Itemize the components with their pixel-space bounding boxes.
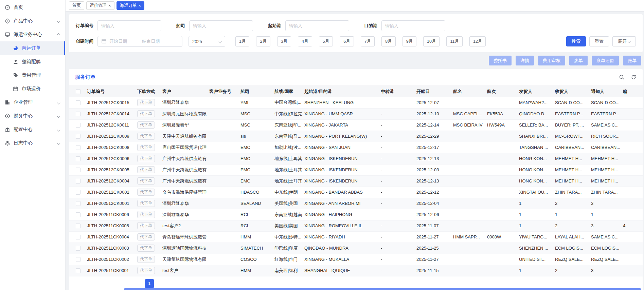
row-checkbox[interactable] xyxy=(76,156,80,161)
table-scroll-wrapper[interactable]: 订单编号下单方式客户客户业务号船司航线/国家起始港/目的港中转港开船日船名航次发… xyxy=(69,86,643,276)
close-icon[interactable]: × xyxy=(108,3,111,8)
table-row[interactable]: JLTH-202512CK0011代下单深圳君隆泰华MSC东南亚线|印...XI… xyxy=(69,119,643,131)
page-button-1[interactable]: 1 xyxy=(145,279,154,288)
table-row[interactable]: JLTH-202511CK0003代下单深圳运驰国际物流科技...SIMATEC… xyxy=(69,243,643,254)
row-checkbox[interactable] xyxy=(76,246,80,251)
filter-input-0[interactable] xyxy=(97,20,161,31)
sidebar-item-config[interactable]: 配置中心 xyxy=(0,123,65,136)
row-checkbox[interactable] xyxy=(76,145,80,150)
month-button-5[interactable]: 5月 xyxy=(319,36,333,46)
sidebar-item-fee[interactable]: 费用管理 xyxy=(0,69,65,82)
cell: JLTH-202511CK0005 xyxy=(84,220,135,231)
table-row[interactable]: JLTH-202512CK0015代下单深圳君隆泰华YML中国台湾线|...SH… xyxy=(69,97,643,108)
month-button-3[interactable]: 3月 xyxy=(277,36,291,46)
date-range-input[interactable]: 开始日期 - 结束日期 xyxy=(97,36,182,47)
row-checkbox[interactable] xyxy=(76,212,80,217)
cell: JLTH-202511CK0004 xyxy=(84,231,135,243)
void-order-button[interactable]: 废单 xyxy=(569,56,588,65)
table-row[interactable]: JLTH-202512CK0001代下单深圳君隆泰华SEALAND美国线|美国X… xyxy=(69,198,643,209)
row-checkbox[interactable] xyxy=(76,123,80,128)
row-checkbox[interactable] xyxy=(76,112,80,116)
cell: 青岛智远环球供应链管... xyxy=(160,231,207,243)
table-row[interactable]: JLTH-202512CK0005代下单广州中天跨境供应链有...EMC地东线|… xyxy=(69,164,643,175)
cell xyxy=(620,265,643,276)
sidebar-item-dashboard[interactable]: 首页 xyxy=(0,1,65,14)
table-row[interactable]: JLTH-202511CK0004代下单青岛智远环球供应链管...HMM中东线|… xyxy=(69,231,643,243)
search-button[interactable]: 搜索 xyxy=(566,36,586,46)
row-checkbox[interactable] xyxy=(76,268,80,273)
month-button-11[interactable]: 11月 xyxy=(446,36,462,46)
sidebar-item-company[interactable]: 企业管理 xyxy=(0,96,65,109)
sidebar-item-person[interactable]: 整箱配舱 xyxy=(0,55,65,69)
month-button-6[interactable]: 6月 xyxy=(340,36,354,46)
month-button-4[interactable]: 4月 xyxy=(298,36,312,46)
row-checkbox[interactable] xyxy=(76,168,80,172)
year-select[interactable]: 2025 xyxy=(189,36,225,47)
cell: JLTH-202512CK0005 xyxy=(84,164,135,175)
table-row[interactable]: JLTH-202511CK0005代下单test客户2RCL美国线|美国XING… xyxy=(69,220,643,231)
cell: MSC xyxy=(238,119,272,131)
cell xyxy=(620,175,643,187)
sidebar-item-log[interactable]: 日志中心 xyxy=(0,136,65,150)
cell: 3 xyxy=(588,265,620,276)
cell: ZHIN TARA... xyxy=(588,187,620,198)
row-checkbox[interactable] xyxy=(76,235,80,239)
year-select-value: 2025 xyxy=(192,39,202,44)
void-restore-button[interactable]: 废单还原 xyxy=(592,56,619,65)
row-checkbox[interactable] xyxy=(76,201,80,206)
detail-button[interactable]: 详情 xyxy=(516,56,534,65)
month-button-10[interactable]: 10月 xyxy=(423,36,440,46)
row-checkbox[interactable] xyxy=(76,179,80,183)
fee-audit-button[interactable]: 费用审核 xyxy=(538,56,565,65)
horizontal-scrollbar-thumb[interactable] xyxy=(124,288,641,290)
month-button-7[interactable]: 7月 xyxy=(361,36,375,46)
reset-button[interactable]: 重置 xyxy=(589,36,609,46)
row-checkbox[interactable] xyxy=(76,224,80,228)
cell: 2025-12-13 xyxy=(414,153,450,164)
sidebar-item-ocean[interactable]: 海运业务中心 xyxy=(0,28,65,41)
refresh-icon[interactable] xyxy=(631,74,637,80)
row-checkbox[interactable] xyxy=(76,134,80,139)
month-button-9[interactable]: 9月 xyxy=(402,36,416,46)
tab-freight-management[interactable]: 运价管理× xyxy=(86,1,114,10)
sidebar-item-calendar[interactable]: 市场运价 xyxy=(0,82,65,96)
cell: QINGDAO - MUNDRA xyxy=(302,243,378,254)
table-row[interactable]: JLTH-202512CK0004代下单广州中天跨境供应链有...EMC地东线|… xyxy=(69,175,643,187)
table-row[interactable]: JLTH-202512CK0009代下单天津中天通航船务有限...sls东南亚线… xyxy=(69,131,643,142)
expand-button[interactable]: 展开 xyxy=(612,36,636,46)
column-header: 客户业务号 xyxy=(207,86,238,97)
tab-home[interactable]: 首页 xyxy=(69,1,84,10)
table-row[interactable]: JLTH-202512CK0002代下单义乌市靠海供应链管理...HDASCO中… xyxy=(69,187,643,198)
close-icon[interactable]: × xyxy=(139,3,141,8)
table-row[interactable]: JLTH-202512CK0014代下单深圳海元国际物流有限...MSC中东线|… xyxy=(69,108,643,119)
cell: MEHMET H... xyxy=(552,175,588,187)
table-row[interactable]: JLTH-202512CK0006代下单广州中天跨境供应链有...EMC地东线|… xyxy=(69,153,643,164)
entrust-letter-button[interactable]: 委托书 xyxy=(489,56,512,65)
column-header: 下单方式 xyxy=(135,86,160,97)
month-button-8[interactable]: 8月 xyxy=(381,36,395,46)
search-icon[interactable] xyxy=(619,74,625,80)
filter-input-1[interactable] xyxy=(189,20,253,31)
row-checkbox[interactable] xyxy=(76,100,80,105)
cell: REZQ SALE... xyxy=(588,254,620,265)
chevron-up-icon xyxy=(57,33,60,36)
tab-ocean-orders[interactable]: 海运订单× xyxy=(117,1,145,10)
month-button-1[interactable]: 1月 xyxy=(235,36,249,46)
row-checkbox[interactable] xyxy=(76,190,80,195)
filter-input-2[interactable] xyxy=(285,20,349,31)
sidebar-item-pie[interactable]: 海运订单 xyxy=(0,41,65,55)
select-all-checkbox[interactable] xyxy=(76,89,80,94)
cell xyxy=(450,175,484,187)
bill-button[interactable]: 账单 xyxy=(623,56,641,65)
filter-input-3[interactable] xyxy=(381,20,445,31)
sidebar-item-finance[interactable]: 财务中心 xyxy=(0,109,65,123)
table-row[interactable]: JLTH-202511CK0001代下单test客户HMM南美西|智利SHANG… xyxy=(69,265,643,276)
cell: 2025-12-07 xyxy=(414,97,450,108)
month-button-2[interactable]: 2月 xyxy=(256,36,270,46)
sidebar-item-product[interactable]: 产品中心 xyxy=(0,14,65,28)
table-row[interactable]: JLTH-202511CK0002代下单天津玺玖国际物流有限...COSCO红海… xyxy=(69,254,643,265)
row-checkbox[interactable] xyxy=(76,257,80,262)
month-button-12[interactable]: 12月 xyxy=(469,36,486,46)
table-row[interactable]: JLTH-202512CK0008代下单唐山国玉国际货运代理...EMC加勒比线… xyxy=(69,142,643,153)
table-row[interactable]: JLTH-202511CK0006代下单深圳君隆泰华RCL东南亚线|越南XING… xyxy=(69,209,643,220)
